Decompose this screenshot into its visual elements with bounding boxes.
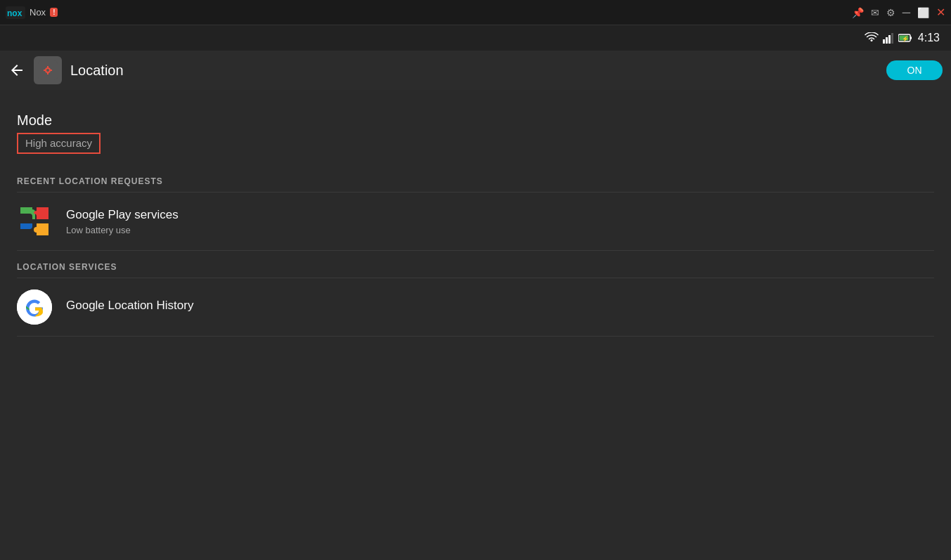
- pin-icon[interactable]: 📌: [852, 7, 864, 18]
- google-location-history-title: Google Location History: [66, 299, 934, 313]
- nox-logo: nox: [6, 6, 25, 19]
- app-bar-title: Location: [70, 63, 878, 79]
- settings-icon[interactable]: ⚙: [886, 7, 895, 18]
- app-icon: [34, 56, 62, 84]
- svg-rect-3: [886, 37, 888, 44]
- svg-point-16: [17, 289, 52, 325]
- title-bar-right: 📌 ✉ ⚙ ─ ⬜ ✕: [852, 6, 945, 19]
- status-bar: ⚡ 4:13: [0, 25, 951, 51]
- location-services-bottom-divider: [17, 336, 934, 337]
- svg-rect-10: [38, 60, 58, 80]
- mode-section[interactable]: Mode High accuracy: [17, 104, 934, 165]
- mode-label: Mode: [17, 112, 934, 129]
- battery-icon: ⚡: [898, 32, 912, 44]
- svg-rect-7: [910, 37, 912, 39]
- app-bar: Location ON: [0, 51, 951, 90]
- status-time: 4:13: [918, 32, 940, 44]
- google-play-services-item[interactable]: Google Play services Low battery use: [17, 193, 934, 250]
- location-services-header: LOCATION SERVICES: [17, 251, 934, 278]
- svg-rect-4: [888, 35, 891, 44]
- svg-rect-2: [883, 39, 885, 44]
- google-play-services-subtitle: Low battery use: [66, 225, 934, 235]
- title-bar: nox Nox ! 📌 ✉ ⚙ ─ ⬜ ✕: [0, 0, 951, 25]
- google-play-services-text: Google Play services Low battery use: [66, 208, 934, 235]
- titlebar-badge: !: [50, 8, 58, 17]
- email-icon[interactable]: ✉: [871, 7, 879, 18]
- close-button[interactable]: ✕: [936, 6, 945, 19]
- restore-button[interactable]: ⬜: [917, 7, 929, 18]
- titlebar-appname: Nox: [30, 7, 46, 18]
- wifi-icon: [865, 32, 879, 44]
- google-logo-icon: [17, 289, 52, 325]
- google-location-history-item[interactable]: Google Location History: [17, 278, 934, 336]
- google-play-services-title: Google Play services: [66, 208, 934, 222]
- svg-text:⚡: ⚡: [902, 35, 909, 42]
- google-play-icon: [17, 204, 52, 239]
- status-icons: ⚡: [865, 32, 912, 44]
- mode-value-wrapper: High accuracy: [17, 133, 101, 154]
- svg-text:nox: nox: [7, 8, 22, 18]
- minimize-button[interactable]: ─: [903, 6, 910, 19]
- location-toggle[interactable]: ON: [886, 60, 943, 80]
- recent-requests-header: RECENT LOCATION REQUESTS: [17, 165, 934, 192]
- svg-rect-5: [891, 33, 893, 44]
- back-button[interactable]: [8, 62, 25, 79]
- signal-icon: [883, 32, 894, 44]
- google-location-history-text: Google Location History: [66, 299, 934, 315]
- mode-value: High accuracy: [25, 137, 92, 149]
- title-bar-left: nox Nox !: [6, 6, 58, 19]
- content-area: Mode High accuracy RECENT LOCATION REQUE…: [0, 90, 951, 560]
